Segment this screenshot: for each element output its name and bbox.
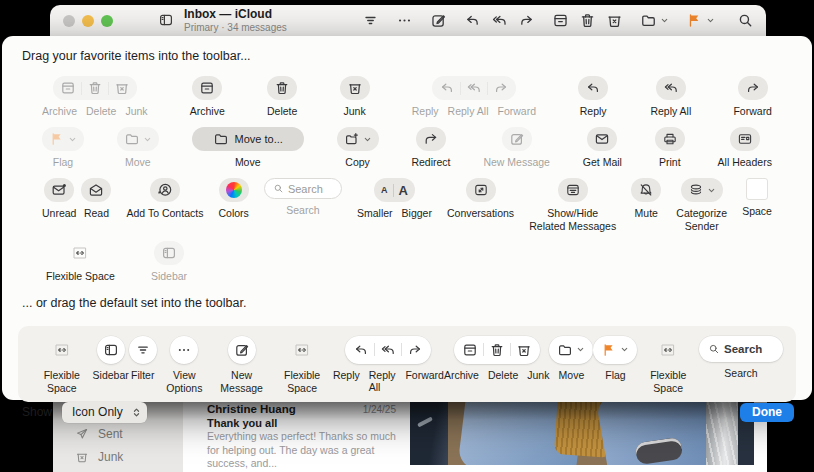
show-label: Show bbox=[22, 405, 52, 419]
default-set-item-flexible-space-2[interactable]: Flexible Space bbox=[271, 336, 333, 395]
item-label: Sidebar bbox=[151, 270, 187, 283]
palette-item-space[interactable]: Space bbox=[742, 178, 772, 218]
toolbar-archive-button[interactable] bbox=[552, 12, 569, 29]
palette-item-reply[interactable]: Reply bbox=[578, 76, 608, 118]
default-set-item-reply-group[interactable]: ReplyReply AllForward bbox=[333, 336, 444, 393]
categorize-icon bbox=[688, 182, 704, 198]
default-set-item-search[interactable]: SearchSearch bbox=[699, 336, 783, 380]
reply-icon bbox=[353, 342, 369, 358]
toolbar-more-button[interactable] bbox=[396, 12, 413, 29]
default-set-item-archive-group[interactable]: ArchiveDeleteJunk bbox=[444, 336, 550, 381]
group-item-label: Bigger bbox=[402, 207, 432, 219]
reply-icon bbox=[439, 80, 455, 96]
palette-item-all-headers[interactable]: All Headers bbox=[718, 127, 772, 169]
flag-icon bbox=[601, 342, 617, 358]
default-set-item-flexible-space-3[interactable]: Flexible Space bbox=[637, 336, 699, 395]
palette-item-flag[interactable]: Flag bbox=[42, 127, 84, 169]
palette-item-move-to[interactable]: Move to...Move bbox=[192, 127, 304, 169]
group-separator bbox=[483, 343, 484, 356]
show-mode-popup[interactable]: Icon Only bbox=[62, 402, 147, 423]
palette-item-new-message[interactable]: New Message bbox=[483, 127, 550, 169]
palette-item-text-size[interactable]: AASmallerBigger bbox=[357, 178, 432, 219]
item-label: Categorize Sender bbox=[676, 207, 727, 233]
minimize-button[interactable] bbox=[82, 15, 94, 27]
chevron-down-icon bbox=[143, 135, 152, 144]
palette-item-add-to-contacts[interactable]: Add To Contacts bbox=[127, 178, 204, 220]
toolbar-forward-button[interactable] bbox=[518, 12, 535, 29]
palette-item-categorize-sender[interactable]: Categorize Sender bbox=[676, 178, 727, 233]
palette-item-redirect[interactable]: Redirect bbox=[411, 127, 450, 169]
chevron-down-icon bbox=[660, 16, 669, 25]
palette-item-mute[interactable]: Mute bbox=[631, 178, 661, 220]
palette-item-search[interactable]: SearchSearch bbox=[264, 178, 342, 217]
default-set-item-new-message[interactable]: New Message bbox=[212, 336, 271, 395]
search-field[interactable]: Search bbox=[264, 178, 342, 199]
palette-item-get-mail[interactable]: Get Mail bbox=[583, 127, 622, 169]
sidebar-toggle-icon bbox=[161, 245, 177, 261]
item-label: View Options bbox=[157, 369, 212, 395]
sidebar-item-label: Junk bbox=[98, 450, 123, 464]
palette-item-junk[interactable]: Junk bbox=[340, 76, 370, 118]
palette-item-print[interactable]: Print bbox=[655, 127, 685, 169]
window-title-block: Inbox — iCloud Primary · 34 messages bbox=[184, 8, 287, 33]
toolbar-reply-all-button[interactable] bbox=[491, 12, 508, 29]
search-field[interactable]: Search bbox=[699, 336, 783, 362]
copy-icon bbox=[344, 131, 360, 147]
palette-item-sidebar[interactable]: Sidebar bbox=[151, 241, 187, 283]
compose-icon bbox=[509, 131, 525, 147]
item-label: Mute bbox=[635, 207, 658, 220]
palette-item-archive[interactable]: Archive bbox=[190, 76, 225, 118]
palette-item-colors[interactable]: Colors bbox=[218, 178, 248, 220]
default-set-item-sidebar[interactable]: Sidebar bbox=[93, 336, 129, 382]
toolbar-filter-button[interactable] bbox=[362, 12, 379, 29]
palette-item-archive-delete-junk-group[interactable]: ArchiveDeleteJunk bbox=[42, 76, 148, 117]
palette-item-read[interactable]: Read bbox=[81, 178, 111, 220]
toolbar-delete-button[interactable] bbox=[579, 12, 596, 29]
palette-item-copy[interactable]: Copy bbox=[337, 127, 379, 169]
compose-icon bbox=[430, 12, 447, 29]
customize-toolbar-sheet: Drag your favorite items into the toolba… bbox=[2, 36, 812, 400]
sidebar-item-junk[interactable]: Junk bbox=[75, 450, 183, 464]
palette-item-flexible-space[interactable]: Flexible Space bbox=[46, 241, 115, 283]
default-set-item-flexible-space[interactable]: Flexible Space bbox=[31, 336, 93, 395]
palette-item-related-messages[interactable]: Show/Hide Related Messages bbox=[529, 178, 616, 233]
toolbar-reply-button[interactable] bbox=[464, 12, 481, 29]
default-set-item-filter[interactable]: Filter bbox=[129, 336, 157, 382]
item-label: Add To Contacts bbox=[127, 207, 204, 220]
default-toolbar-set[interactable]: Flexible SpaceSidebarFilterView OptionsN… bbox=[18, 326, 796, 402]
palette-item-reply-all[interactable]: Reply All bbox=[650, 76, 691, 118]
palette-item-conversations[interactable]: Conversations bbox=[447, 178, 514, 220]
done-button[interactable]: Done bbox=[740, 403, 794, 422]
add-contact-icon bbox=[157, 182, 173, 198]
group-separator bbox=[460, 82, 461, 95]
toolbar-compose-button[interactable] bbox=[430, 12, 447, 29]
default-set-item-move[interactable]: Move bbox=[549, 336, 593, 382]
filter-icon bbox=[362, 12, 379, 29]
trash-icon bbox=[87, 80, 103, 96]
item-label: New Message bbox=[212, 369, 271, 395]
space-box bbox=[746, 178, 768, 200]
instruction-bottom: ... or drag the default set into the too… bbox=[22, 296, 796, 310]
sidebar-item-sent[interactable]: Sent bbox=[75, 427, 183, 441]
item-label: Move bbox=[559, 369, 585, 382]
default-set-item-view-options[interactable]: View Options bbox=[157, 336, 212, 395]
toolbar-search-button[interactable] bbox=[737, 12, 754, 29]
toolbar-flag-button[interactable] bbox=[686, 12, 715, 29]
toolbar-move-button[interactable] bbox=[640, 12, 669, 29]
group-item-label: Forward bbox=[405, 369, 444, 393]
palette-item-unread[interactable]: Unread bbox=[42, 178, 76, 220]
default-set-item-flag[interactable]: Flag bbox=[593, 336, 637, 382]
palette-item-reply-reply-all-forward-group[interactable]: ReplyReply AllForward bbox=[412, 76, 536, 117]
item-label: Sidebar bbox=[93, 369, 129, 382]
toolbar-junk-button[interactable] bbox=[606, 12, 623, 29]
zoom-button[interactable] bbox=[101, 15, 113, 27]
item-label: Unread bbox=[42, 207, 76, 220]
sidebar-toggle-icon[interactable] bbox=[158, 12, 174, 28]
palette-item-delete[interactable]: Delete bbox=[267, 76, 297, 118]
close-button[interactable] bbox=[63, 15, 75, 27]
window-titlebar: Inbox — iCloud Primary · 34 messages bbox=[50, 5, 766, 36]
palette-item-move[interactable]: Move bbox=[117, 127, 159, 169]
item-label: Colors bbox=[218, 207, 248, 220]
palette-item-forward[interactable]: Forward bbox=[733, 76, 772, 118]
item-label: Copy bbox=[345, 156, 370, 169]
